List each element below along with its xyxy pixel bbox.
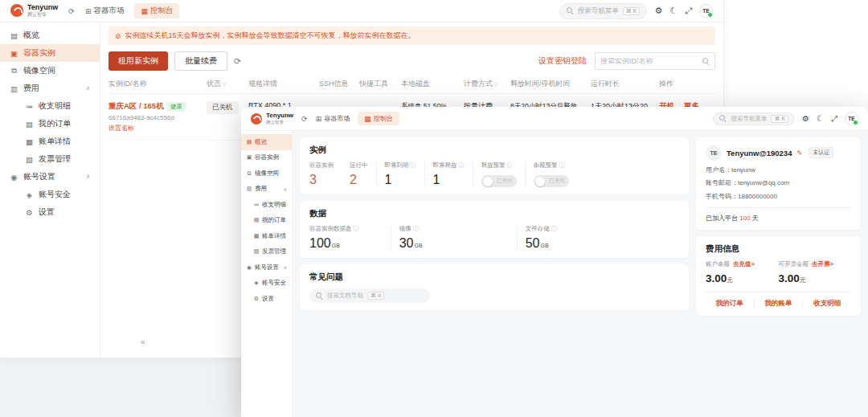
chevron-up-icon: ∧: [284, 264, 287, 270]
stat-value: 30GB: [399, 236, 509, 251]
sidebar-item-security[interactable]: ◈ 账号安全: [241, 276, 292, 292]
sidebar-item-settings[interactable]: ⚙ 设置: [0, 203, 100, 221]
gear-icon[interactable]: ⚙: [654, 6, 662, 15]
sidebar: ▤ 概览 ▣ 容器实例 ⧉ 镜像空间 ▥ 费用 ∧ ≔ 收支明细 ▤: [241, 131, 293, 417]
edit-icon[interactable]: ✎: [796, 149, 802, 157]
sidebar-item-label: 账单详情: [39, 136, 71, 147]
sidebar-item-orders[interactable]: ▤ 我的订单: [0, 115, 100, 133]
instances-icon: ▣: [246, 154, 252, 161]
col-disk: 本地磁盘: [401, 79, 464, 89]
avatar[interactable]: TE: [845, 112, 858, 125]
sidebar-item-label: 镜像空间: [23, 65, 55, 76]
sidebar-item-images[interactable]: ⧉ 镜像空间: [0, 62, 100, 80]
market-icon: ⊞: [316, 115, 322, 123]
ledger-link[interactable]: 收支明细: [802, 299, 851, 309]
sidebar-item-billing[interactable]: ▥ 费用 ∧: [241, 182, 292, 198]
phone-row: 手机号码：18800000000: [706, 192, 851, 201]
filter-icon[interactable]: ▽: [223, 81, 227, 87]
tab-container-market[interactable]: ⊞ 容器市场: [316, 114, 350, 123]
stat-images: 镜像ⓘ 30GB: [391, 225, 517, 251]
avatar[interactable]: TE: [699, 4, 713, 18]
stat-value: 1: [385, 173, 416, 187]
tab-console[interactable]: ▦ 控制台: [358, 112, 399, 125]
doc-search[interactable]: 搜索文档导航 ⌘ d: [309, 288, 430, 303]
sidebar-item-bill-detail[interactable]: ▦ 账单详情: [241, 228, 292, 244]
instance-search-input[interactable]: [600, 57, 702, 65]
refresh-button[interactable]: ⟳: [301, 115, 308, 123]
bill-icon: ▦: [253, 233, 260, 239]
batch-renew-button[interactable]: 批量续费: [174, 51, 227, 71]
col-name: 实例ID/名称: [108, 79, 207, 89]
sidebar-item-images[interactable]: ⧉ 镜像空间: [241, 166, 292, 182]
sidebar-item-instances[interactable]: ▣ 容器实例: [0, 44, 100, 62]
sidebar-item-label: 概览: [255, 138, 267, 146]
brand-text: Tenyunw 腾云智算: [27, 4, 58, 17]
brand-logo[interactable]: Tenyunw 腾云智算: [251, 112, 293, 125]
my-bills-link[interactable]: 我的账单: [754, 299, 803, 309]
orders-icon: ▤: [25, 120, 34, 129]
invoice-value: 3.00元: [779, 272, 852, 284]
balance-alert-toggle[interactable]: 已关闭: [534, 175, 569, 187]
release-alert-toggle[interactable]: 已关闭: [481, 175, 517, 187]
search-icon: [719, 115, 727, 122]
gear-icon[interactable]: ⚙: [802, 115, 809, 123]
sidebar-item-overview[interactable]: ▤ 概览: [241, 134, 292, 150]
invoice-label: 可开票金额: [779, 260, 809, 268]
sidebar-item-invoice[interactable]: ▧ 发票管理: [0, 150, 100, 168]
sidebar-item-instances[interactable]: ▣ 容器实例: [241, 150, 292, 166]
images-icon: ⧉: [246, 170, 252, 177]
set-name-link[interactable]: 设置名称: [108, 124, 134, 133]
sidebar-item-label: 账号安全: [39, 189, 71, 200]
moon-icon[interactable]: ☾: [669, 6, 678, 15]
expand-icon[interactable]: ⤢: [831, 115, 837, 123]
collapse-sidebar-icon[interactable]: «: [141, 337, 145, 346]
moon-icon[interactable]: ☾: [817, 115, 824, 123]
sidebar-item-label: 账号设置: [255, 264, 279, 272]
table-search-area: 设置密钥登陆: [538, 52, 715, 70]
global-search[interactable]: 搜索导航菜单 ⌘ K: [713, 112, 795, 125]
search-icon: [316, 292, 323, 300]
balance-block: 账户余额 去充值> 3.00元: [706, 260, 779, 284]
instances-icon: ▣: [10, 49, 18, 58]
sidebar-item-account[interactable]: ◉ 账号设置 ∧: [0, 168, 100, 186]
recharge-link[interactable]: 去充值>: [733, 260, 755, 268]
expand-icon[interactable]: ⤢: [685, 6, 692, 15]
sidebar-item-overview[interactable]: ▤ 概览: [0, 27, 100, 44]
sidebar-item-settings[interactable]: ⚙ 设置: [241, 291, 292, 307]
sidebar-item-invoice[interactable]: ▧ 发票管理: [241, 244, 292, 260]
sidebar-item-security[interactable]: ◈ 账号安全: [0, 186, 100, 203]
filter-icon[interactable]: ▽: [494, 81, 498, 87]
chevron-up-icon: ∧: [86, 174, 90, 180]
sidebar-item-ledger[interactable]: ≔ 收支明细: [241, 197, 292, 213]
card-title: 费用信息: [706, 243, 851, 255]
ledger-icon: ≔: [25, 102, 34, 111]
stat-expiring: 即将到期ⓘ 1: [376, 161, 424, 187]
instance-name[interactable]: 重庆A区 / 165机 健康: [108, 101, 202, 112]
refresh-icon[interactable]: ⟳: [234, 56, 241, 67]
sidebar-item-ledger[interactable]: ≔ 收支明细: [0, 97, 100, 115]
invoice-link[interactable]: 去开票>: [812, 260, 833, 268]
stat-file-storage: 文件存储ⓘ 50GB: [517, 225, 679, 251]
tab-console-label: 控制台: [374, 114, 393, 123]
set-key-login-link[interactable]: 设置密钥登陆: [538, 55, 587, 67]
global-search[interactable]: 搜索导航菜单 ⌘ K: [559, 3, 648, 19]
sidebar-item-bill-detail[interactable]: ▦ 账单详情: [0, 133, 100, 150]
rent-instance-button[interactable]: 租用新实例: [108, 51, 168, 71]
tab-console[interactable]: ▦ 控制台: [134, 3, 179, 18]
tab-container-market[interactable]: ⊞ 容器市场: [85, 6, 125, 16]
brand-logo[interactable]: Tenyunw 腾云智算: [10, 4, 58, 17]
sidebar-item-orders[interactable]: ▤ 我的订单: [241, 213, 292, 229]
info-icon: ⓘ: [507, 161, 513, 170]
sidebar-item-account[interactable]: ◉ 账号设置 ∧: [241, 260, 292, 276]
user-card: TE Tenyunw@190234 ✎ 未认证 用户名：tenyunw 账号邮箱…: [696, 137, 861, 230]
instances-card: 实例 容器实例 3 运行中 2 即将到期ⓘ 1: [300, 137, 689, 194]
refresh-button[interactable]: ⟳: [68, 7, 75, 15]
sidebar-item-billing[interactable]: ▥ 费用 ∧: [0, 80, 100, 97]
brand-subtitle: 腾云智算: [27, 12, 58, 18]
balance-label: 账户余额: [706, 260, 730, 268]
stat-running: 运行中 2: [342, 161, 376, 187]
search-icon: [702, 58, 710, 65]
instance-search-box[interactable]: [595, 52, 715, 70]
my-orders-link[interactable]: 我的订单: [706, 299, 754, 309]
global-search-placeholder: 搜索导航菜单: [578, 6, 619, 16]
